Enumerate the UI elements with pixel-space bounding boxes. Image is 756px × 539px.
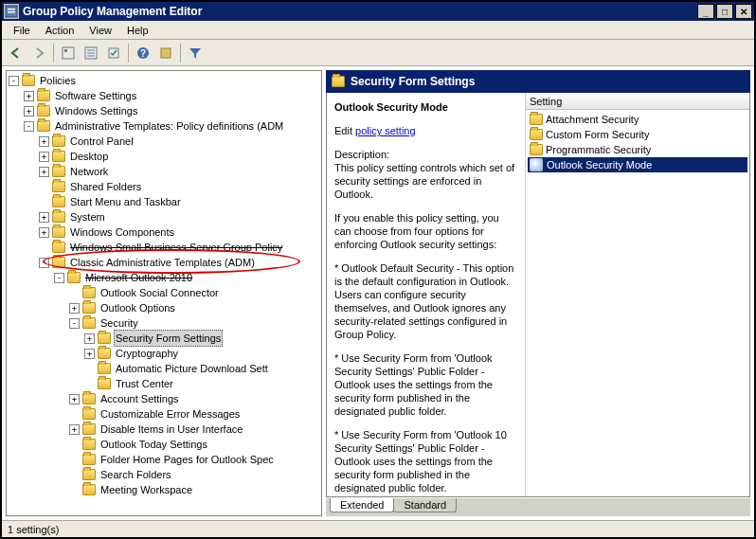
- tree-item-security[interactable]: Security: [99, 315, 140, 331]
- tree-item-classic-adm[interactable]: Classic Administrative Templates (ADM): [68, 255, 257, 270]
- tool-btn-4[interactable]: [155, 43, 176, 63]
- toggle-icon[interactable]: +: [69, 424, 80, 435]
- help-button[interactable]: ?: [133, 43, 153, 63]
- menu-help[interactable]: Help: [119, 23, 156, 38]
- back-button[interactable]: [6, 43, 27, 63]
- tool-btn-3[interactable]: [103, 43, 124, 63]
- tree-item[interactable]: Windows Small Business Server Group Poli…: [68, 240, 284, 255]
- list-item[interactable]: Attachment Security: [528, 112, 747, 127]
- titlebar: Group Policy Management Editor _ □ ✕: [2, 2, 754, 21]
- tree-item[interactable]: Outlook Social Connector: [99, 285, 221, 300]
- settings-list[interactable]: Attachment Security Custom Form Security…: [526, 110, 749, 496]
- tree-item[interactable]: Windows Components: [68, 225, 176, 240]
- toggle-icon[interactable]: -: [69, 318, 80, 329]
- tree-item[interactable]: Software Settings: [53, 88, 138, 103]
- tree-pane[interactable]: -Policies +Software Settings +Windows Se…: [6, 70, 322, 516]
- svg-rect-3: [63, 47, 74, 59]
- folder-icon: [98, 348, 111, 359]
- tree-item-policies[interactable]: Policies: [38, 73, 78, 88]
- tab-extended[interactable]: Extended: [330, 498, 394, 512]
- toggle-icon[interactable]: +: [39, 152, 49, 162]
- description-panel: Outlook Security Mode Edit policy settin…: [327, 93, 526, 496]
- tool-btn-1[interactable]: [58, 43, 79, 63]
- folder-icon: [82, 287, 96, 298]
- tool-btn-2[interactable]: [81, 43, 101, 63]
- svg-text:?: ?: [140, 48, 146, 59]
- folder-icon: [52, 196, 65, 207]
- toggle-icon[interactable]: +: [69, 394, 80, 404]
- close-button[interactable]: ✕: [735, 4, 752, 19]
- tree-item[interactable]: Start Menu and Taskbar: [68, 194, 183, 209]
- toggle-icon[interactable]: +: [39, 212, 49, 223]
- toggle-icon[interactable]: -: [54, 273, 64, 283]
- tree-item[interactable]: Customizable Error Messages: [99, 406, 242, 422]
- svg-rect-2: [8, 11, 15, 13]
- folder-icon: [98, 332, 111, 344]
- toggle-icon[interactable]: +: [24, 91, 34, 101]
- toggle-icon[interactable]: +: [39, 227, 49, 238]
- svg-rect-4: [64, 49, 67, 52]
- maximize-button[interactable]: □: [716, 4, 733, 19]
- tree-item[interactable]: Folder Home Pages for Outlook Spec: [99, 452, 276, 467]
- tree-item[interactable]: Disable Items in User Interface: [99, 422, 244, 437]
- tree-item[interactable]: System: [68, 209, 107, 225]
- tab-standard[interactable]: Standard: [393, 498, 457, 512]
- folder-icon: [22, 75, 35, 86]
- svg-rect-1: [8, 9, 15, 10]
- toggle-icon[interactable]: +: [39, 167, 49, 177]
- folder-icon: [82, 454, 96, 465]
- toggle-icon[interactable]: -: [9, 76, 19, 86]
- forward-button[interactable]: [28, 43, 49, 63]
- filter-button[interactable]: [185, 43, 206, 63]
- toggle-icon[interactable]: +: [39, 136, 49, 147]
- toggle-icon[interactable]: +: [84, 349, 95, 359]
- folder-icon: [82, 408, 96, 420]
- toggle-icon[interactable]: -: [24, 121, 34, 132]
- tree-item[interactable]: Microsoft Outlook 2010: [83, 270, 194, 285]
- tree-item[interactable]: Windows Settings: [53, 103, 139, 118]
- tree-item[interactable]: Control Panel: [68, 134, 135, 149]
- list-item-selected[interactable]: Outlook Security Mode: [528, 157, 747, 172]
- folder-icon: [52, 226, 65, 238]
- list-item[interactable]: Custom Form Security: [528, 127, 747, 142]
- window-title: Group Policy Management Editor: [23, 5, 697, 18]
- toggle-icon[interactable]: +: [84, 333, 95, 344]
- list-item[interactable]: Programmatic Security: [528, 142, 747, 157]
- svg-rect-12: [161, 48, 171, 58]
- tree-item[interactable]: Administrative Templates: Policy definit…: [53, 118, 285, 134]
- tree-item[interactable]: Automatic Picture Download Sett: [114, 361, 270, 376]
- menu-action[interactable]: Action: [38, 23, 82, 38]
- statusbar: 1 setting(s): [2, 520, 754, 537]
- tree-item[interactable]: Desktop: [68, 149, 110, 164]
- tree-item[interactable]: Trust Center: [114, 376, 175, 391]
- menu-file[interactable]: File: [6, 23, 38, 38]
- tree-item[interactable]: Shared Folders: [68, 179, 143, 194]
- folder-icon: [82, 317, 96, 329]
- folder-icon: [82, 302, 96, 314]
- edit-policy-link[interactable]: policy setting: [355, 125, 416, 136]
- tree-item[interactable]: Outlook Options: [99, 300, 177, 315]
- toggle-icon[interactable]: -: [39, 258, 49, 268]
- folder-icon: [82, 469, 96, 480]
- tree-item[interactable]: Outlook Today Settings: [99, 437, 209, 452]
- folder-icon: [37, 90, 50, 101]
- toggle-icon[interactable]: +: [24, 106, 34, 117]
- toggle-icon[interactable]: +: [69, 303, 80, 314]
- folder-icon: [530, 144, 543, 155]
- tree-item[interactable]: Cryptography: [114, 346, 180, 361]
- tree-item[interactable]: Meeting Workspace: [99, 482, 194, 497]
- status-text: 1 setting(s): [8, 524, 59, 535]
- tree-item[interactable]: Search Folders: [99, 467, 173, 482]
- list-column-header[interactable]: Setting: [526, 93, 749, 110]
- menu-view[interactable]: View: [81, 23, 119, 38]
- minimize-button[interactable]: _: [697, 4, 714, 19]
- folder-icon: [82, 484, 96, 495]
- tree-item-security-form[interactable]: Security Form Settings: [114, 330, 223, 347]
- folder-icon: [82, 393, 96, 404]
- tree-item[interactable]: Account Settings: [99, 391, 181, 406]
- topic-title: Outlook Security Mode: [334, 100, 517, 114]
- view-tabs: Extended Standard: [326, 497, 750, 516]
- tree-item[interactable]: Network: [68, 164, 110, 179]
- folder-icon: [98, 378, 111, 389]
- folder-icon: [82, 423, 96, 435]
